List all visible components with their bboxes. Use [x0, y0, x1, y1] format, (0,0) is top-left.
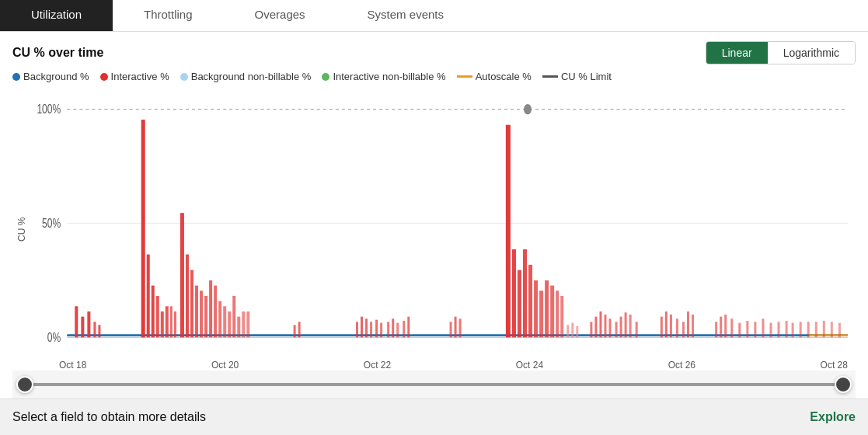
svg-rect-87 — [762, 318, 764, 337]
svg-rect-40 — [365, 318, 368, 337]
svg-rect-33 — [237, 317, 240, 338]
svg-rect-89 — [778, 322, 780, 337]
svg-rect-80 — [715, 322, 717, 337]
tab-overages[interactable]: Overages — [224, 0, 336, 31]
svg-rect-53 — [512, 249, 516, 337]
svg-rect-81 — [720, 317, 722, 338]
cu-limit-line — [542, 75, 558, 78]
legend-background-nonbillable: Background non-billable % — [180, 71, 312, 82]
svg-rect-77 — [682, 322, 685, 337]
legend-background: Background % — [12, 71, 89, 82]
svg-rect-32 — [232, 296, 235, 337]
svg-rect-8 — [75, 306, 78, 337]
tab-throttling[interactable]: Throttling — [113, 0, 224, 31]
svg-rect-26 — [204, 296, 207, 337]
svg-rect-20 — [174, 311, 176, 337]
tab-utilization[interactable]: Utilization — [0, 0, 113, 31]
svg-rect-39 — [361, 317, 363, 338]
svg-rect-24 — [195, 286, 198, 338]
svg-rect-13 — [141, 120, 145, 337]
svg-rect-10 — [87, 311, 90, 337]
svg-rect-12 — [98, 325, 100, 337]
x-label-oct20: Oct 20 — [211, 360, 239, 371]
x-label-oct26: Oct 26 — [668, 360, 695, 371]
svg-rect-29 — [218, 301, 221, 338]
svg-rect-30 — [223, 306, 226, 337]
chart-area: CU % 100% 50% 0% — [12, 89, 856, 371]
linear-button[interactable]: Linear — [706, 42, 768, 64]
svg-point-2 — [524, 104, 532, 114]
svg-rect-79 — [692, 315, 694, 337]
legend-autoscale-label: Autoscale % — [476, 71, 532, 82]
svg-rect-90 — [786, 321, 788, 337]
range-track — [25, 383, 843, 386]
logarithmic-button[interactable]: Logarithmic — [768, 42, 855, 64]
svg-rect-42 — [375, 320, 378, 338]
svg-rect-69 — [620, 317, 622, 338]
x-label-oct22: Oct 22 — [364, 360, 391, 371]
legend-background-nonbillable-label: Background non-billable % — [191, 71, 312, 82]
interactive-dot — [100, 73, 108, 81]
svg-rect-97 — [838, 323, 841, 338]
svg-rect-99 — [571, 323, 573, 338]
range-thumb-right[interactable] — [835, 376, 852, 393]
svg-rect-84 — [738, 323, 741, 338]
svg-rect-85 — [746, 321, 748, 337]
range-slider-container — [12, 371, 856, 398]
svg-rect-31 — [228, 311, 231, 337]
svg-rect-86 — [754, 322, 756, 337]
range-slider[interactable] — [25, 377, 843, 392]
svg-rect-52 — [506, 125, 511, 338]
svg-rect-23 — [190, 270, 193, 338]
svg-rect-67 — [609, 318, 612, 337]
svg-rect-51 — [459, 318, 462, 337]
svg-rect-71 — [629, 315, 632, 337]
tab-bar: Utilization Throttling Overages System e… — [0, 0, 868, 32]
svg-rect-28 — [214, 286, 217, 338]
svg-rect-56 — [528, 265, 532, 337]
svg-rect-38 — [356, 322, 358, 337]
scale-toggle: Linear Logarithmic — [706, 41, 856, 64]
x-label-oct28: Oct 28 — [821, 360, 848, 371]
svg-rect-16 — [156, 296, 159, 337]
svg-rect-96 — [831, 322, 833, 337]
bottom-bar: Select a field to obtain more details Ex… — [0, 398, 868, 435]
interactive-nonbillable-dot — [322, 73, 329, 81]
svg-rect-83 — [730, 318, 733, 337]
svg-text:0%: 0% — [47, 330, 61, 344]
svg-rect-73 — [661, 317, 663, 338]
svg-rect-45 — [392, 318, 394, 337]
svg-rect-18 — [166, 306, 169, 337]
svg-rect-57 — [534, 280, 538, 337]
svg-rect-98 — [566, 325, 569, 337]
svg-rect-94 — [815, 322, 817, 337]
svg-rect-95 — [823, 321, 825, 337]
svg-rect-15 — [152, 286, 155, 338]
svg-rect-64 — [594, 317, 597, 338]
svg-rect-47 — [403, 321, 405, 337]
svg-rect-48 — [407, 317, 410, 338]
svg-rect-11 — [93, 322, 96, 337]
svg-rect-55 — [523, 249, 527, 337]
svg-rect-70 — [625, 312, 627, 337]
svg-rect-27 — [209, 280, 212, 337]
x-axis: Oct 18 Oct 20 Oct 22 Oct 24 Oct 26 Oct 2… — [28, 358, 856, 371]
legend-autoscale: Autoscale % — [457, 71, 532, 82]
svg-rect-37 — [298, 322, 301, 337]
svg-rect-50 — [455, 317, 457, 338]
svg-rect-36 — [294, 325, 296, 337]
svg-rect-68 — [615, 322, 618, 337]
svg-rect-82 — [724, 315, 727, 337]
tab-system-events[interactable]: System events — [336, 0, 475, 31]
bottom-bar-text: Select a field to obtain more details — [12, 410, 206, 424]
svg-rect-72 — [636, 322, 638, 337]
svg-rect-66 — [604, 315, 606, 337]
svg-rect-43 — [380, 323, 382, 338]
range-thumb-left[interactable] — [16, 376, 33, 393]
svg-rect-21 — [180, 213, 184, 337]
legend-interactive-nonbillable: Interactive non-billable % — [322, 71, 445, 82]
legend-interactive-label: Interactive % — [111, 71, 169, 82]
range-fill — [25, 383, 843, 386]
svg-rect-76 — [676, 318, 678, 337]
explore-button[interactable]: Explore — [810, 410, 856, 424]
